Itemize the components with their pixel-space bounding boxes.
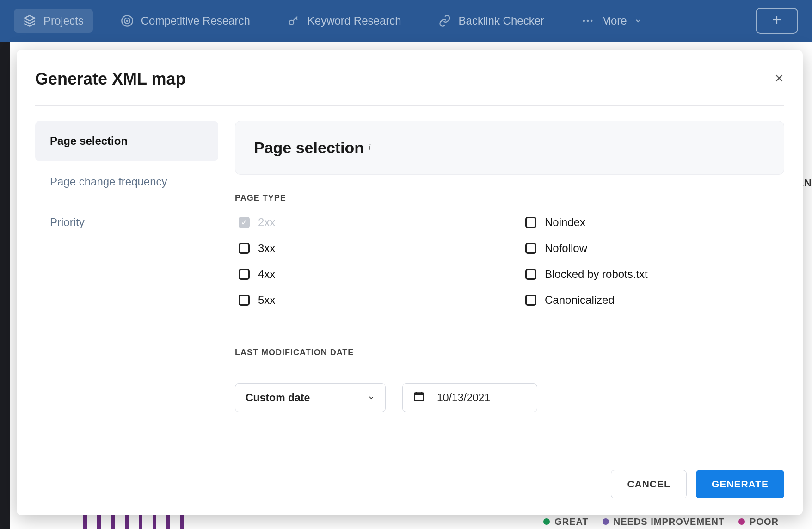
divider [235,329,784,329]
checkbox-label: 5xx [258,294,275,307]
sidebar-sliver [0,42,10,529]
checkbox-box [525,243,536,254]
checkbox-label: Canonicalized [545,294,615,307]
svg-point-7 [583,20,585,22]
tab-priority[interactable]: Priority [35,202,218,243]
chevron-down-icon [368,392,375,404]
checkbox-nofollow[interactable]: Nofollow [525,242,784,255]
checkbox-box [239,269,250,280]
nav-item-competitive-research[interactable]: Competitive Research [111,9,259,33]
generate-xml-map-modal: Generate XML map Page selection Page cha… [17,50,803,515]
nav-item-projects[interactable]: Projects [14,9,93,33]
chevron-down-icon [634,14,642,27]
checkbox-box [525,269,536,280]
legend-item-needs-improvement: NEEDS IMPROVEMENT [603,517,725,527]
tab-page-change-frequency[interactable]: Page change frequency [35,161,218,202]
svg-point-9 [591,20,593,22]
checkbox-label: Noindex [545,216,585,229]
nav-label: More [602,14,627,27]
dots-icon [581,14,594,27]
page-type-grid: ✓ 2xx Noindex 3xx Nofollow 4xx [235,216,784,307]
nav-label: Backlink Checker [459,14,544,27]
legend-item-poor: POOR [738,517,779,527]
legend-item-great: GREAT [543,517,589,527]
svg-point-3 [127,20,128,21]
date-input[interactable]: 10/13/2021 [402,383,537,412]
svg-rect-15 [414,393,424,395]
nav-item-more[interactable]: More [572,9,651,33]
status-legend: GREAT NEEDS IMPROVEMENT POOR [543,517,779,527]
svg-marker-0 [24,15,35,21]
cancel-button[interactable]: CANCEL [611,470,687,498]
generate-button[interactable]: GENERATE [696,470,784,498]
target-icon [121,14,134,27]
checkbox-label: 2xx [258,216,275,229]
nav-label: Competitive Research [141,14,250,27]
checkbox-canonicalized[interactable]: Canonicalized [525,294,784,307]
checkbox-noindex[interactable]: Noindex [525,216,784,229]
nav-label: Keyword Research [308,14,401,27]
select-value: Custom date [246,392,310,404]
svg-point-8 [587,20,589,22]
modal-title: Generate XML map [35,69,185,89]
close-icon [774,72,784,86]
checkbox-blocked-robots[interactable]: Blocked by robots.txt [525,268,784,281]
nav-label: Projects [43,14,84,27]
checkbox-label: 3xx [258,242,275,255]
plus-icon [771,14,783,28]
checkbox-3xx[interactable]: 3xx [239,242,498,255]
checkbox-5xx[interactable]: 5xx [239,294,498,307]
info-icon[interactable]: i [369,143,371,153]
checkbox-label: Nofollow [545,242,587,255]
nav-item-backlink-checker[interactable]: Backlink Checker [429,9,554,33]
checkbox-4xx[interactable]: 4xx [239,268,498,281]
layers-icon [23,14,36,27]
date-mode-select[interactable]: Custom date [235,383,386,412]
top-nav: Projects Competitive Research Keyword Re… [0,0,812,42]
nav-item-keyword-research[interactable]: Keyword Research [278,9,411,33]
add-button[interactable] [756,8,798,34]
tab-page-selection[interactable]: Page selection [35,121,218,161]
svg-line-6 [295,18,297,20]
modal-header: Generate XML map [17,50,803,105]
tabs: Page selection Page change frequency Pri… [35,121,218,447]
date-row: Custom date 10/13/2021 [235,383,784,412]
last-modification-label: LAST MODIFICATION DATE [235,348,784,357]
dot-icon [603,518,609,525]
panel-header: Page selection i [235,121,784,175]
date-value: 10/13/2021 [437,392,490,404]
checkbox-box [525,217,536,228]
panel-title: Page selection [254,139,364,157]
modal-body: Page selection Page change frequency Pri… [17,106,803,447]
checkbox-label: 4xx [258,268,275,281]
calendar-icon [413,390,425,405]
link-icon [438,14,451,27]
panel: Page selection i PAGE TYPE ✓ 2xx Noindex… [235,121,784,447]
checkbox-box: ✓ [239,217,250,228]
dot-icon [738,518,745,525]
checkbox-box [239,243,250,254]
close-button[interactable] [774,73,784,86]
dot-icon [543,518,550,525]
checkbox-box [525,295,536,306]
checkbox-2xx: ✓ 2xx [239,216,498,229]
checkbox-box [239,295,250,306]
page-type-label: PAGE TYPE [235,193,784,203]
key-icon [287,14,300,27]
checkbox-label: Blocked by robots.txt [545,268,648,281]
modal-footer: CANCEL GENERATE [17,447,803,515]
